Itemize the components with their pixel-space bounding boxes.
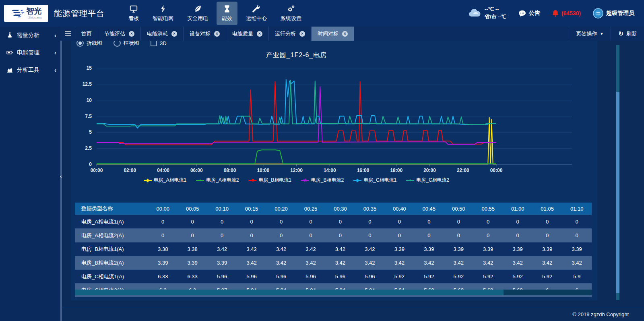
close-icon[interactable]: ×: [171, 31, 177, 37]
legend-item-电房_C相电流1[interactable]: ◆电房_C相电流1: [353, 177, 396, 184]
series-line-电房_B相电流2: [97, 87, 496, 144]
cell-value: 3.39: [444, 242, 473, 256]
legend-item-电房_B相电流1[interactable]: ■电房_B相电流1: [248, 177, 291, 184]
checkbox-3d[interactable]: 3D: [151, 41, 167, 46]
cell-value: 5.96: [237, 270, 266, 284]
x-axis-tick-label: 18:00: [390, 168, 402, 173]
table-header-time: 00:20: [266, 203, 296, 215]
nav-item-看板[interactable]: 看板: [123, 2, 144, 25]
close-icon[interactable]: ×: [257, 31, 262, 37]
cell-value: 0: [533, 229, 562, 242]
sidebar-item-电能管理[interactable]: 电能管理‹: [0, 44, 60, 61]
sidebar-item-需量分析[interactable]: 需量分析‹: [0, 27, 60, 44]
cell-value: 5.92: [444, 270, 473, 284]
sidebar-item-分析工具[interactable]: 分析工具‹: [0, 61, 60, 79]
hamburger-menu-icon[interactable]: [60, 27, 75, 41]
tabs-container: 首页节能评估×电能消耗×设备对标×电能质量×运行分析×时间对标×: [75, 27, 354, 41]
checkbox-3d-label: 3D: [160, 41, 167, 46]
nav-item-能效[interactable]: 能效: [217, 2, 237, 25]
table-header-time: 00:10: [207, 203, 237, 215]
legend-item-电房_A相电流1[interactable]: ◆电房_A相电流1: [144, 177, 186, 184]
cell-value: 0: [148, 229, 178, 242]
tab-label: 时间对标: [318, 30, 339, 37]
tab-节能评估[interactable]: 节能评估×: [98, 27, 141, 41]
table-row-电房_A相电流2(A): 电房_A相电流2(A)000000000000000: [75, 229, 592, 242]
x-axis-tick-label: 14:00: [324, 168, 336, 173]
legend-marker-icon: +: [196, 178, 204, 183]
copyright-text: © 2019 zgzdh Copyright: [572, 311, 629, 317]
legend-label: 电房_B相电流1: [258, 177, 291, 184]
close-icon[interactable]: ×: [342, 31, 348, 37]
cell-value: 3.38: [148, 242, 178, 256]
refresh-button[interactable]: ↻ 刷新: [611, 27, 644, 41]
smart-grid-icon: [159, 4, 167, 13]
legend-label: 电房_C相电流1: [363, 177, 396, 184]
legend-marker-icon: ◆: [353, 178, 361, 183]
sidebar-collapse-handle[interactable]: ‹: [60, 172, 64, 180]
x-axis-tick-label: 20:00: [423, 168, 436, 173]
tab-电能质量[interactable]: 电能质量×: [226, 27, 269, 41]
cell-value: 0: [473, 215, 503, 229]
radio-button-icon: [114, 41, 121, 47]
chevron-left-icon: ‹: [54, 66, 56, 73]
legend-item-电房_A相电流2[interactable]: +电房_A相电流2: [196, 177, 239, 184]
table-header-time: 00:50: [444, 203, 473, 215]
data-table: 数据类型名称00:0000:0500:1000:1500:2000:2500:3…: [75, 203, 592, 297]
tab-operations-dropdown[interactable]: 页签操作 ▼: [569, 27, 611, 41]
legend-item-电房_C相电流2[interactable]: ●电房_C相电流2: [406, 177, 449, 184]
weather-city: 省/市 --℃: [485, 14, 506, 20]
tab-首页[interactable]: 首页: [75, 27, 98, 41]
vertical-scrollbar-thumb[interactable]: [616, 92, 619, 293]
tab-时间对标[interactable]: 时间对标×: [312, 27, 354, 41]
y-axis-tick-label: 10: [87, 97, 92, 103]
tab-设备对标[interactable]: 设备对标×: [184, 27, 226, 41]
sidebar-item-label: 分析工具: [17, 66, 39, 74]
cell-value: 3.39: [207, 256, 237, 270]
x-axis-tick-label: 22:00: [457, 168, 469, 173]
sidebar-divider: [60, 41, 62, 321]
row-label: 电房_C相电流1(A): [75, 270, 148, 284]
notice-button[interactable]: 公告: [518, 10, 540, 17]
table-header-time: 00:00: [148, 203, 178, 215]
close-icon[interactable]: ×: [299, 31, 305, 37]
series-line-电房_A相电流2: [97, 150, 496, 164]
y-axis-tick-label: 2.5: [85, 145, 92, 151]
cell-value: 3.42: [237, 256, 266, 270]
nav-item-智能电网[interactable]: 智能电网: [147, 2, 179, 25]
cell-value: 0: [444, 215, 473, 229]
cell-value: 3.42: [326, 242, 355, 256]
radio-line-chart[interactable]: 折线图: [76, 41, 102, 47]
sidebar-item-label: 电能管理: [17, 49, 39, 56]
legend-label: 电房_B相电流2: [311, 177, 344, 184]
brand-sub: Zhiguang: [27, 16, 42, 19]
x-axis-tick-label: 16:00: [357, 168, 369, 173]
vertical-scrollbar: [616, 45, 619, 300]
sidebar: 需量分析‹电能管理‹分析工具‹: [0, 27, 60, 321]
safe-power-icon: [193, 4, 202, 13]
cell-value: 3.39: [178, 256, 207, 270]
legend-label: 电房_A相电流2: [206, 177, 239, 184]
alarm-button[interactable]: (64530): [552, 10, 581, 17]
x-axis-tick-label: 10:00: [257, 168, 269, 173]
close-icon[interactable]: ×: [214, 31, 220, 37]
refresh-label: 刷新: [626, 30, 637, 37]
nav-item-运维中心[interactable]: 运维中心: [241, 2, 272, 25]
radio-bar-chart[interactable]: 柱状图: [114, 41, 139, 47]
cell-value: 3.42: [414, 256, 444, 270]
y-axis-tick-label: 15: [87, 65, 92, 71]
table-body: 电房_A相电流1(A)000000000000000电房_A相电流2(A)000…: [75, 215, 592, 297]
legend-marker-icon: ■: [248, 178, 256, 183]
legend-label: 电房_A相电流1: [154, 177, 186, 184]
cell-value: 0: [414, 229, 444, 242]
tab-运行分析[interactable]: 运行分析×: [269, 27, 312, 41]
radio-button-icon: [76, 41, 84, 47]
user-menu[interactable]: 超级管理员: [593, 8, 634, 19]
close-icon[interactable]: ×: [129, 31, 134, 37]
table-header-time: 00:45: [414, 203, 444, 215]
tab-电能消耗[interactable]: 电能消耗×: [141, 27, 184, 41]
nav-item-系统设置[interactable]: 系统设置: [275, 2, 307, 25]
cell-value: 0: [503, 229, 532, 242]
nav-item-安全用电[interactable]: 安全用电: [182, 2, 213, 25]
horizontal-scrollbar-thumb[interactable]: [75, 290, 504, 295]
legend-item-电房_B相电流2[interactable]: ★电房_B相电流2: [301, 177, 344, 184]
